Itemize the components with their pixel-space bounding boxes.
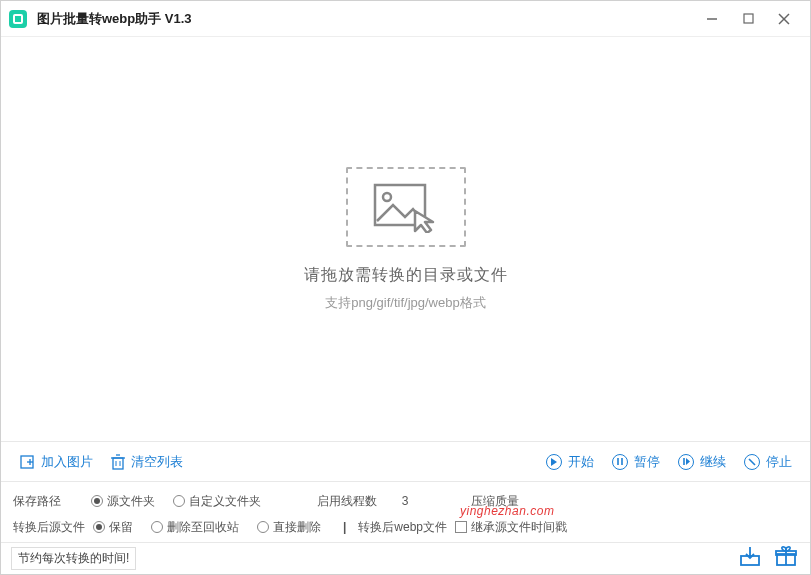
add-images-label: 加入图片	[41, 453, 93, 471]
threads-label: 启用线程数	[317, 493, 377, 510]
radio-keep[interactable]: 保留	[93, 519, 133, 536]
svg-marker-14	[551, 458, 557, 466]
radio-icon	[173, 495, 185, 507]
statusbar: 节约每次转换的时间!	[1, 542, 810, 574]
radio-delete[interactable]: 直接删除	[257, 519, 321, 536]
stop-button[interactable]: 停止	[738, 449, 798, 475]
app-title: 图片批量转webp助手 V1.3	[37, 10, 192, 28]
close-button[interactable]	[766, 1, 802, 37]
svg-point-5	[383, 193, 391, 201]
clear-list-button[interactable]: 清空列表	[105, 449, 189, 475]
threads-input[interactable]	[385, 494, 425, 508]
status-text: 节约每次转换的时间!	[11, 547, 136, 570]
radio-recycle-label: 删除至回收站	[167, 519, 239, 536]
minimize-icon	[706, 13, 718, 25]
inbox-icon	[738, 544, 762, 568]
stop-label: 停止	[766, 453, 792, 471]
stop-icon	[744, 454, 760, 470]
settings-panel: 保存路径 源文件夹 自定义文件夹 启用线程数 压缩质量 转换后源文件 保留 删除…	[1, 481, 810, 542]
separator: |	[343, 520, 346, 534]
inherit-time-label: 继承源文件时间戳	[471, 519, 567, 536]
after-webp-label: 转换后webp文件	[358, 519, 447, 536]
start-label: 开始	[568, 453, 594, 471]
settings-row-2: 转换后源文件 保留 删除至回收站 直接删除 | 转换后webp文件 继承源文件时…	[13, 514, 798, 540]
corner-icons	[737, 543, 799, 569]
clear-list-label: 清空列表	[131, 453, 183, 471]
gift-button[interactable]	[773, 543, 799, 569]
add-images-button[interactable]: 加入图片	[13, 449, 99, 475]
pause-button[interactable]: 暂停	[606, 449, 666, 475]
quality-label: 压缩质量	[471, 493, 519, 510]
app-window: 图片批量转webp助手 V1.3 请拖放需转换的目录或文件 支持png/gif/…	[0, 0, 811, 575]
radio-keep-label: 保留	[109, 519, 133, 536]
radio-recycle[interactable]: 删除至回收站	[151, 519, 239, 536]
gift-icon	[774, 544, 798, 568]
resume-label: 继续	[700, 453, 726, 471]
svg-rect-1	[744, 14, 753, 23]
pause-label: 暂停	[634, 453, 660, 471]
svg-marker-18	[686, 458, 690, 465]
radio-delete-label: 直接删除	[273, 519, 321, 536]
settings-row-1: 保存路径 源文件夹 自定义文件夹 启用线程数 压缩质量	[13, 488, 798, 514]
maximize-button[interactable]	[730, 1, 766, 37]
add-icon	[19, 454, 35, 470]
resume-icon	[678, 454, 694, 470]
checkbox-inherit-time[interactable]: 继承源文件时间戳	[455, 519, 567, 536]
trash-icon	[111, 454, 125, 470]
radio-icon	[93, 521, 105, 533]
radio-custom-label: 自定义文件夹	[189, 493, 261, 510]
checkbox-icon	[455, 521, 467, 533]
image-cursor-icon	[346, 167, 466, 247]
radio-source-label: 源文件夹	[107, 493, 155, 510]
radio-source-folder[interactable]: 源文件夹	[91, 493, 155, 510]
radio-icon	[151, 521, 163, 533]
dropzone-main-text: 请拖放需转换的目录或文件	[304, 265, 508, 286]
close-icon	[778, 13, 790, 25]
dropzone-sub-text: 支持png/gif/tif/jpg/webp格式	[325, 294, 485, 312]
toolbar: 加入图片 清空列表 开始 暂停 继续 停止	[1, 441, 810, 481]
titlebar: 图片批量转webp助手 V1.3	[1, 1, 810, 37]
app-icon	[9, 10, 27, 28]
inbox-button[interactable]	[737, 543, 763, 569]
radio-icon	[91, 495, 103, 507]
radio-icon	[257, 521, 269, 533]
maximize-icon	[743, 13, 754, 24]
after-source-label: 转换后源文件	[13, 519, 85, 536]
pause-icon	[612, 454, 628, 470]
play-icon	[546, 454, 562, 470]
drop-zone[interactable]: 请拖放需转换的目录或文件 支持png/gif/tif/jpg/webp格式	[1, 37, 810, 441]
minimize-button[interactable]	[694, 1, 730, 37]
svg-rect-9	[113, 458, 123, 469]
start-button[interactable]: 开始	[540, 449, 600, 475]
radio-custom-folder[interactable]: 自定义文件夹	[173, 493, 261, 510]
svg-line-19	[749, 459, 755, 465]
save-path-label: 保存路径	[13, 493, 83, 510]
resume-button[interactable]: 继续	[672, 449, 732, 475]
